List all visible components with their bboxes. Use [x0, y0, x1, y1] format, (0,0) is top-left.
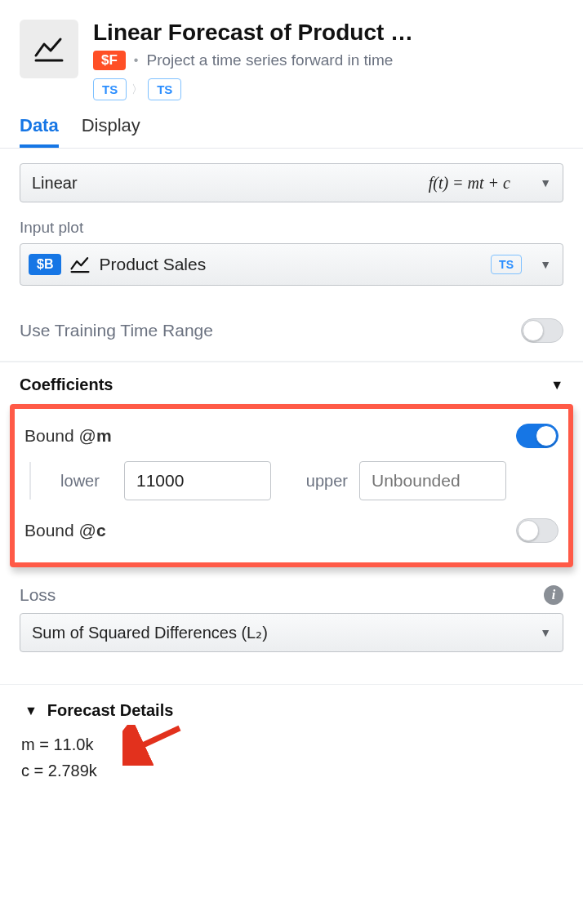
input-plot-badge: $B: [29, 254, 61, 275]
forecast-line-c: c = 2.789k: [21, 757, 563, 784]
chevron-down-icon: ▼: [540, 626, 551, 639]
model-select-value: Linear: [32, 174, 78, 193]
bound-m-label: Bound @m: [24, 426, 112, 446]
line-chart-icon: [69, 254, 91, 275]
forecast-details-title: Forecast Details: [47, 701, 174, 720]
chevron-down-icon: ▼: [540, 258, 551, 271]
type-signature: TS 〉 TS: [93, 78, 563, 100]
lower-input[interactable]: [124, 461, 271, 500]
indent-line: [29, 462, 31, 500]
info-icon[interactable]: i: [544, 585, 563, 605]
page-title: Linear Forecast of Product …: [93, 20, 563, 46]
upper-input[interactable]: [359, 461, 506, 500]
lower-label: lower: [47, 472, 113, 491]
forecast-icon: [20, 20, 78, 78]
input-plot-label: Input plot: [20, 219, 563, 237]
forecast-line-m: m = 11.0k: [21, 731, 563, 757]
loss-select[interactable]: Sum of Squared Differences (L₂) ▼: [20, 613, 563, 652]
chevron-down-icon: ▼: [540, 176, 551, 189]
bound-c-toggle[interactable]: [516, 518, 559, 543]
chevron-down-icon: ▼: [24, 704, 38, 718]
upper-label: upper: [283, 472, 348, 491]
coefficients-header[interactable]: Coefficients ▼: [0, 362, 583, 401]
coefficients-highlight: Bound @m lower upper Bound @c: [10, 404, 573, 567]
tab-data[interactable]: Data: [20, 115, 59, 148]
chevron-right-icon: 〉: [131, 82, 143, 97]
model-select[interactable]: Linear f(t) = mt + c ▼: [20, 163, 563, 202]
bound-c-label: Bound @c: [24, 521, 106, 540]
loss-select-value: Sum of Squared Differences (L₂): [32, 623, 268, 642]
model-formula: f(t) = mt + c: [429, 174, 510, 193]
ts-chip-out: TS: [148, 78, 181, 100]
forecast-details-header[interactable]: ▼ Forecast Details: [0, 685, 583, 728]
ts-chip-in: TS: [93, 78, 127, 100]
training-range-toggle[interactable]: [521, 318, 563, 343]
bound-m-toggle[interactable]: [516, 424, 559, 448]
loss-label: Loss: [20, 585, 56, 605]
input-plot-name: Product Sales: [99, 255, 206, 274]
coefficients-title: Coefficients: [20, 375, 113, 394]
tab-display[interactable]: Display: [82, 115, 140, 148]
training-range-label: Use Training Time Range: [20, 321, 213, 340]
input-plot-chip: TS: [491, 255, 522, 274]
type-badge: $F: [93, 51, 126, 70]
input-plot-select[interactable]: $B Product Sales TS ▼: [20, 243, 563, 286]
separator-dot: •: [134, 53, 139, 68]
description: Project a time series forward in time: [146, 51, 393, 69]
chevron-down-icon: ▼: [550, 378, 563, 393]
